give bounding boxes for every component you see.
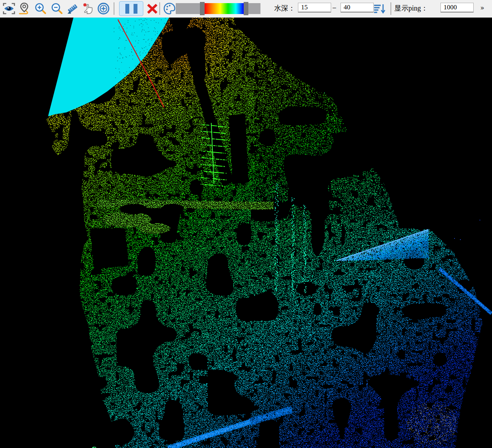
pointcloud-viewport[interactable]	[0, 18, 492, 448]
colormap-gradient	[205, 3, 244, 14]
pause-button[interactable]	[119, 1, 143, 16]
stop-button[interactable]	[145, 1, 160, 16]
toolbar-separator	[114, 2, 114, 15]
toolbar-separator	[159, 2, 160, 15]
hand-pick-icon	[81, 2, 94, 15]
depth-label: 水深：	[274, 4, 295, 13]
colormap-range-slider	[176, 2, 260, 15]
zoom-in-button[interactable]	[33, 1, 48, 16]
toolbar: 水深： – 显示ping： »	[0, 0, 492, 18]
ruler-icon	[66, 2, 79, 15]
colormap-handle-max[interactable]	[244, 2, 248, 15]
toolbar-overflow-chevron[interactable]: »	[480, 4, 484, 12]
depth-range-dash: –	[333, 4, 336, 11]
location-route-icon	[18, 2, 31, 15]
measure-button[interactable]	[65, 1, 80, 16]
zoom-out-button[interactable]	[50, 1, 64, 16]
track-position-button[interactable]	[17, 1, 32, 16]
depth-max-input[interactable]	[340, 3, 374, 12]
pick-point-button[interactable]	[80, 1, 95, 16]
sort-desc-icon	[373, 2, 387, 16]
center-target-button[interactable]	[96, 1, 111, 16]
pause-icon	[125, 4, 129, 14]
zoom-in-icon	[34, 2, 47, 15]
show-ping-label: 显示ping：	[394, 4, 428, 13]
eye-frame-icon	[2, 2, 16, 15]
zoom-out-icon	[50, 2, 64, 15]
toolbar-separator	[390, 2, 391, 15]
palette-button[interactable]	[162, 1, 177, 16]
target-plus-icon	[96, 2, 111, 16]
colormap-handle-min[interactable]	[200, 2, 205, 15]
show-ping-input[interactable]	[440, 3, 474, 12]
sort-depth-button[interactable]	[372, 1, 387, 16]
fit-view-button[interactable]	[2, 1, 16, 16]
stop-x-icon	[146, 2, 159, 15]
depth-min-input[interactable]	[298, 3, 331, 12]
palette-icon	[162, 2, 176, 16]
